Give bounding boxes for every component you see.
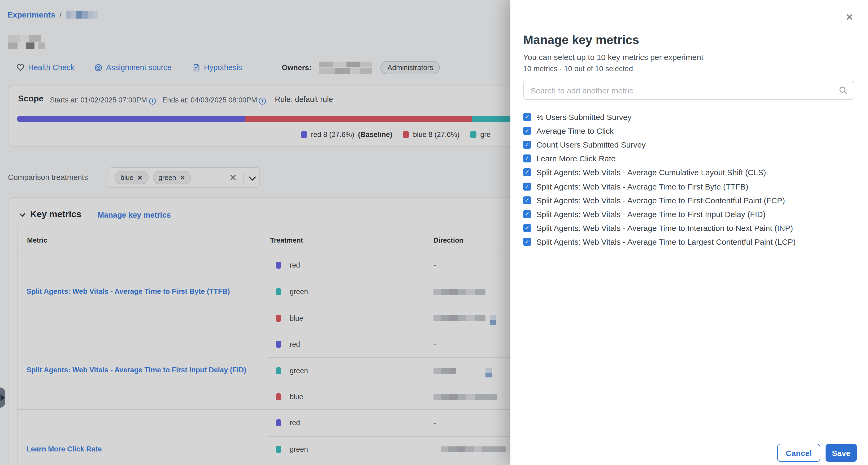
panel-title: Manage key metrics (523, 33, 639, 47)
metric-checklist-label: Split Agents: Web Vitals - Average Time … (536, 182, 748, 191)
metric-checklist-item: ✓Split Agents: Web Vitals - Average Time… (523, 235, 858, 249)
metric-search-input[interactable] (523, 81, 854, 100)
metric-checklist-label: Split Agents: Web Vitals - Average Cumul… (536, 168, 766, 177)
metric-checklist-item: ✓Split Agents: Web Vitals - Average Time… (523, 207, 858, 221)
metric-checklist-item: ✓Count Users Submitted Survey (523, 138, 858, 151)
metric-checklist-item: ✓Split Agents: Web Vitals - Average Time… (523, 221, 858, 235)
save-button[interactable]: Save (826, 444, 857, 462)
metric-checklist-label: % Users Submitted Survey (536, 112, 631, 121)
app-window: Experiments / Health Check Assignment so… (0, 0, 868, 465)
checkbox-checked[interactable]: ✓ (523, 238, 531, 246)
close-icon[interactable]: ✕ (846, 13, 854, 22)
checkbox-checked[interactable]: ✓ (523, 141, 531, 149)
checkbox-checked[interactable]: ✓ (523, 182, 531, 190)
cancel-button[interactable]: Cancel (777, 444, 820, 462)
checkbox-checked[interactable]: ✓ (523, 154, 531, 163)
metric-checklist-label: Split Agents: Web Vitals - Average Time … (536, 224, 793, 233)
metric-checklist-label: Split Agents: Web Vitals - Average Time … (536, 210, 766, 219)
metric-checklist-item: ✓Learn More Click Rate (523, 151, 858, 165)
checkbox-checked[interactable]: ✓ (523, 113, 531, 121)
checkbox-checked[interactable]: ✓ (523, 196, 531, 204)
metric-checklist-item: ✓Split Agents: Web Vitals - Average Time… (523, 193, 858, 207)
metric-checklist-item: ✓Split Agents: Web Vitals - Average Time… (523, 179, 858, 193)
metric-checklist-item: ✓Split Agents: Web Vitals - Average Cumu… (523, 166, 858, 179)
metric-checklist: ✓% Users Submitted Survey✓Average Time t… (523, 110, 858, 249)
checkbox-checked[interactable]: ✓ (523, 224, 531, 232)
metric-search (523, 81, 854, 100)
modal-dim-overlay[interactable] (0, 0, 510, 465)
metric-checklist-label: Average Time to Click (536, 126, 614, 135)
metric-checklist-label: Split Agents: Web Vitals - Average Time … (536, 237, 796, 246)
checkbox-checked[interactable]: ✓ (523, 210, 531, 218)
search-icon (838, 85, 848, 95)
metric-checklist-label: Count Users Submitted Survey (536, 140, 646, 149)
checkbox-checked[interactable]: ✓ (523, 127, 531, 135)
metric-checklist-item: ✓% Users Submitted Survey (523, 110, 858, 124)
metric-checklist-label: Learn More Click Rate (536, 154, 616, 163)
panel-subtitle: You can select up to 10 key metrics per … (523, 53, 703, 62)
panel-count-line: 10 metrics · 10 out of 10 selected (523, 64, 633, 73)
checkbox-checked[interactable]: ✓ (523, 169, 531, 176)
metric-checklist-item: ✓Average Time to Click (523, 124, 858, 138)
metric-checklist-label: Split Agents: Web Vitals - Average Time … (536, 196, 785, 205)
